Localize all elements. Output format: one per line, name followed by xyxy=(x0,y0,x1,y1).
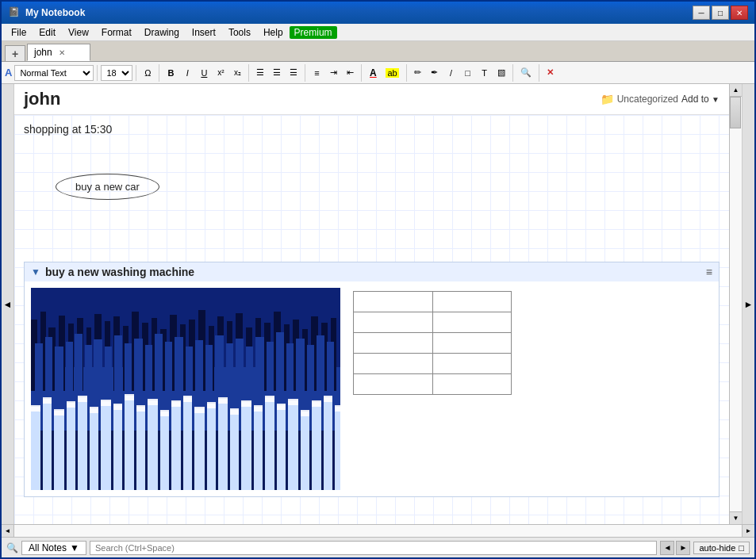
close-toolbar-button[interactable]: ✕ xyxy=(543,64,558,82)
nav-prev-button[interactable]: ◄ xyxy=(660,541,674,555)
table-container xyxy=(353,291,512,490)
svg-rect-49 xyxy=(165,342,172,407)
subscript-button[interactable]: x₂ xyxy=(229,64,245,82)
table-cell[interactable] xyxy=(432,374,512,395)
pencil-button[interactable]: ✏ xyxy=(410,64,426,82)
svg-rect-58 xyxy=(255,337,264,407)
align-left-button[interactable]: ☰ xyxy=(252,64,268,82)
svg-rect-62 xyxy=(296,339,305,407)
svg-rect-117 xyxy=(312,400,321,407)
highlight-button[interactable]: ab xyxy=(382,64,402,82)
add-to-button[interactable]: Add to ▼ xyxy=(681,94,720,105)
svg-rect-85 xyxy=(254,407,263,490)
menu-file[interactable]: File xyxy=(5,25,33,40)
app-icon: 📓 xyxy=(8,6,21,19)
table-row xyxy=(354,333,512,354)
indent-button[interactable]: ⇥ xyxy=(325,64,341,82)
menu-insert[interactable]: Insert xyxy=(186,25,222,40)
svg-rect-97 xyxy=(78,396,87,402)
scroll-left-button[interactable]: ◄ xyxy=(2,525,14,538)
new-tab-button[interactable]: + xyxy=(5,45,25,61)
scroll-down-button[interactable]: ▼ xyxy=(730,511,742,524)
menu-drawing[interactable]: Drawing xyxy=(138,25,186,40)
close-button[interactable]: ✕ xyxy=(731,6,748,20)
svg-rect-53 xyxy=(205,345,213,407)
maximize-button[interactable]: □ xyxy=(712,6,729,20)
tab-close-button[interactable]: ✕ xyxy=(59,48,65,57)
svg-rect-102 xyxy=(136,405,145,412)
outdent-button[interactable]: ⇤ xyxy=(342,64,358,82)
menu-view[interactable]: View xyxy=(62,25,95,40)
nav-next-button[interactable]: ► xyxy=(676,541,690,555)
autohide-button[interactable]: auto-hide □ xyxy=(693,542,750,554)
scroll-thumb[interactable] xyxy=(730,97,741,128)
menu-premium[interactable]: Premium xyxy=(290,26,337,39)
svg-rect-81 xyxy=(207,404,216,490)
oval-text: buy a new car xyxy=(75,181,140,193)
svg-rect-111 xyxy=(241,400,251,407)
statusbar: 🔍 All Notes ▼ ◄ ► auto-hide □ xyxy=(2,537,754,557)
bullet-list-button[interactable]: ≡ xyxy=(309,64,324,82)
italic-button[interactable]: I xyxy=(179,64,195,82)
svg-rect-74 xyxy=(125,396,134,490)
table-cell[interactable] xyxy=(432,312,512,333)
menu-help[interactable]: Help xyxy=(257,25,290,40)
svg-rect-108 xyxy=(207,402,216,408)
svg-rect-93 xyxy=(31,405,40,412)
titlebar: 📓 My Notebook ─ □ ✕ xyxy=(2,2,754,24)
svg-rect-112 xyxy=(254,405,263,412)
style-selector[interactable]: Normal Text xyxy=(14,65,94,81)
text-format-group: B I U x² x₂ xyxy=(163,64,249,82)
search-input[interactable] xyxy=(90,541,658,555)
table-cell[interactable] xyxy=(354,292,433,312)
table-cell[interactable] xyxy=(354,312,433,333)
table-cell[interactable] xyxy=(432,333,512,354)
svg-rect-66 xyxy=(31,407,40,490)
line-button[interactable]: / xyxy=(443,64,459,82)
font-color-button[interactable]: A xyxy=(365,64,381,82)
tab-john[interactable]: john ✕ xyxy=(27,44,90,61)
highlight-tool-button[interactable]: ✒ xyxy=(427,64,443,82)
svg-rect-94 xyxy=(43,397,52,404)
right-nav-arrow[interactable]: ► xyxy=(742,84,754,524)
menu-edit[interactable]: Edit xyxy=(33,25,62,40)
oval-shape: buy a new car xyxy=(56,174,159,200)
font-size-selector[interactable]: 18 xyxy=(101,65,132,81)
left-nav-arrow[interactable]: ◄ xyxy=(2,84,14,524)
all-notes-button[interactable]: All Notes ▼ xyxy=(21,541,86,555)
scroll-up-button[interactable]: ▲ xyxy=(730,84,742,97)
bold-button[interactable]: B xyxy=(163,64,178,82)
text-line-shopping: shopping at 15:30 xyxy=(24,123,720,136)
svg-rect-44 xyxy=(114,335,122,407)
table-cell[interactable] xyxy=(354,333,433,354)
text-button[interactable]: T xyxy=(477,64,493,82)
table-cell[interactable] xyxy=(354,354,433,374)
content-area: ◄ john 📁 Uncategorized Add to ▼ shopping… xyxy=(2,84,754,524)
align-center-button[interactable]: ☰ xyxy=(269,64,285,82)
fill-button[interactable]: ▧ xyxy=(493,64,509,82)
note-title[interactable]: john xyxy=(24,89,601,109)
rectangle-button[interactable]: □ xyxy=(460,64,476,82)
svg-rect-54 xyxy=(215,335,224,407)
scroll-right-button[interactable]: ► xyxy=(742,525,754,538)
svg-rect-119 xyxy=(335,405,340,412)
collapse-header[interactable]: ▼ buy a new washing machine ≡ xyxy=(25,262,719,281)
superscript-button[interactable]: x² xyxy=(213,64,228,82)
table-cell[interactable] xyxy=(432,354,512,374)
svg-rect-36 xyxy=(35,343,43,407)
omega-button[interactable]: Ω xyxy=(140,64,155,82)
align-group: ☰ ☰ ☰ xyxy=(252,64,305,82)
minimize-button[interactable]: ─ xyxy=(693,6,710,20)
underline-button[interactable]: U xyxy=(196,64,212,82)
align-right-button[interactable]: ☰ xyxy=(286,64,301,82)
zoom-button[interactable]: 🔍 xyxy=(516,64,535,82)
folder-icon: 📁 xyxy=(601,93,614,105)
window-controls: ─ □ ✕ xyxy=(693,6,748,20)
menu-tools[interactable]: Tools xyxy=(222,25,257,40)
svg-rect-107 xyxy=(194,407,205,413)
collapse-menu-icon[interactable]: ≡ xyxy=(706,266,712,278)
note-body[interactable]: shopping at 15:30 buy a new car ▼ buy a … xyxy=(14,115,729,524)
menu-format[interactable]: Format xyxy=(95,25,138,40)
table-cell[interactable] xyxy=(432,292,512,312)
table-cell[interactable] xyxy=(354,374,433,395)
